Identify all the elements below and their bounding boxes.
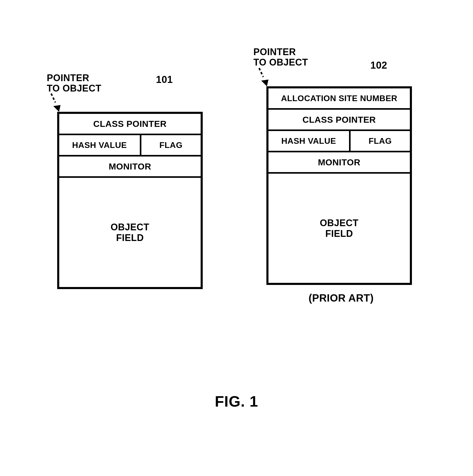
row-allocation-site-number: ALLOCATION SITE NUMBER — [268, 88, 410, 110]
figure-1-diagram: POINTER TO OBJECT 101 CLASS POINTER HASH… — [0, 73, 473, 304]
pointer-label-line2: TO OBJECT — [253, 57, 308, 68]
figure-caption: FIG. 1 — [0, 393, 473, 410]
pointer-label-right: POINTER TO OBJECT — [253, 47, 308, 67]
svg-line-2 — [259, 68, 263, 77]
object-field-line2: FIELD — [325, 228, 353, 239]
svg-line-0 — [51, 94, 55, 102]
object-field-line1: OBJECT — [320, 218, 358, 228]
pointer-label-left: POINTER TO OBJECT — [47, 73, 101, 93]
row-class-pointer: CLASS POINTER — [268, 110, 410, 131]
prior-art-label: (PRIOR ART) — [266, 292, 416, 304]
cell-hash-value: HASH VALUE — [268, 131, 351, 151]
cell-flag: FLAG — [351, 131, 410, 151]
svg-marker-3 — [261, 80, 268, 86]
row-hash-flag: HASH VALUE FLAG — [59, 135, 201, 157]
row-monitor: MONITOR — [268, 152, 410, 174]
object-box-101: CLASS POINTER HASH VALUE FLAG MONITOR OB… — [57, 112, 203, 289]
row-hash-flag: HASH VALUE FLAG — [268, 131, 410, 152]
row-object-field: OBJECT FIELD — [59, 178, 201, 287]
row-class-pointer: CLASS POINTER — [59, 114, 201, 135]
cell-flag: FLAG — [141, 135, 201, 155]
object-field-line2: FIELD — [116, 232, 144, 243]
object-box-102: ALLOCATION SITE NUMBER CLASS POINTER HAS… — [266, 86, 412, 285]
pointer-label-line1: POINTER — [47, 73, 89, 83]
ref-number-102: 102 — [370, 60, 387, 71]
cell-hash-value: HASH VALUE — [59, 135, 141, 155]
object-block-101: POINTER TO OBJECT 101 CLASS POINTER HASH… — [57, 96, 207, 304]
pointer-label-line1: POINTER — [253, 47, 296, 57]
svg-marker-1 — [53, 105, 61, 112]
object-field-line1: OBJECT — [110, 222, 149, 232]
row-object-field: OBJECT FIELD — [268, 174, 410, 283]
pointer-arrow-right — [256, 68, 272, 92]
pointer-label-line2: TO OBJECT — [47, 83, 101, 94]
pointer-arrow-left — [48, 94, 64, 117]
object-block-102: POINTER TO OBJECT 102 ALLOCATION SITE NU… — [266, 73, 416, 304]
ref-number-101: 101 — [156, 74, 173, 85]
row-monitor: MONITOR — [59, 157, 201, 178]
